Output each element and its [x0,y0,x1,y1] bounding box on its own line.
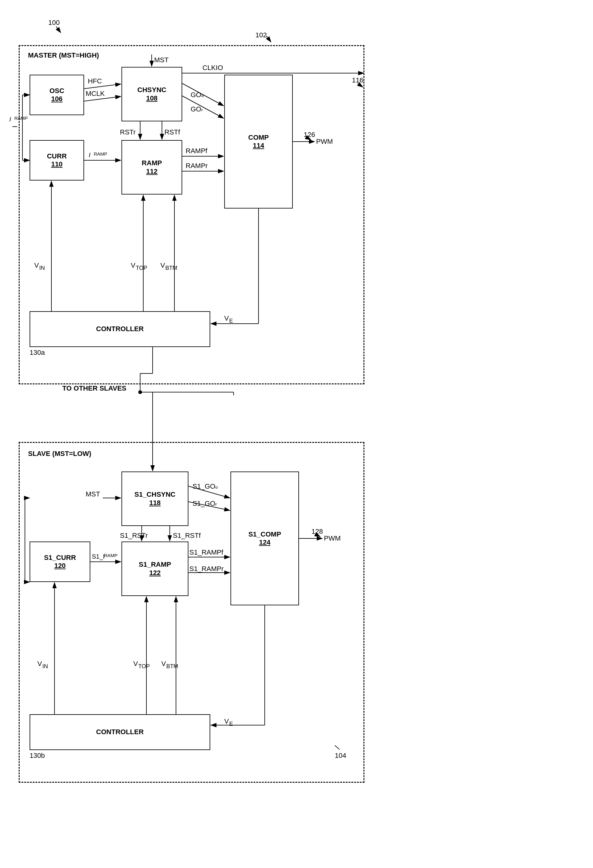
chsync-title: CHSYNC [138,86,166,94]
svg-text:TO OTHER SLAVES: TO OTHER SLAVES [62,384,126,392]
diagram-container: 100 102 MASTER (MST=HIGH) OSC 106 CHSYNC… [0,0,593,868]
svg-text:I: I [11,126,19,128]
svg-text:I: I [9,116,11,123]
controller-slave-block: CONTROLLER [30,714,210,750]
s1-curr-num: 120 [54,562,66,570]
s1-comp-num: 124 [259,539,271,546]
osc-title: OSC [50,87,65,95]
svg-line-3 [266,36,271,42]
ref-100: 100 [48,19,60,27]
ramp-num: 112 [146,167,158,176]
ref-130a: 130a [30,348,45,357]
controller-slave-title: CONTROLLER [96,728,144,736]
s1-comp-title: S1_COMP [248,530,281,539]
chsync-num: 108 [146,94,158,102]
ramp-title: RAMP [142,159,162,167]
ref-102: 102 [255,31,267,39]
ramp-block: RAMP 112 [121,140,182,195]
s1-comp-block: S1_COMP 124 [231,471,299,605]
s1-curr-block: S1_CURR 120 [30,542,90,582]
comp-num: 114 [253,142,265,150]
controller-master-title: CONTROLLER [96,325,144,333]
comp-block: COMP 114 [224,75,293,208]
svg-point-54 [138,390,142,394]
s1-ramp-num: 122 [149,569,161,577]
s1-ramp-block: S1_RAMP 122 [121,542,188,596]
osc-block: OSC 106 [30,75,84,115]
controller-master-block: CONTROLLER [30,311,210,347]
s1-curr-title: S1_CURR [44,554,76,562]
s1-chsync-block: S1_CHSYNC 118 [121,471,188,526]
chsync-block: CHSYNC 108 [121,67,182,121]
ref-130b: 130b [30,751,45,760]
s1-chsync-num: 118 [149,499,161,507]
curr-num: 110 [51,160,63,168]
comp-title: COMP [248,133,269,142]
s1-ramp-title: S1_RAMP [139,561,171,568]
curr-block: CURR 110 [30,140,84,180]
svg-line-2 [56,27,61,32]
master-label: MASTER (MST=HIGH) [28,51,99,59]
ref-104: 104 [335,751,346,760]
curr-title: CURR [47,152,67,160]
s1-chsync-title: S1_CHSYNC [134,490,175,499]
osc-num: 106 [51,95,63,103]
slave-label: SLAVE (MST=LOW) [28,450,91,458]
